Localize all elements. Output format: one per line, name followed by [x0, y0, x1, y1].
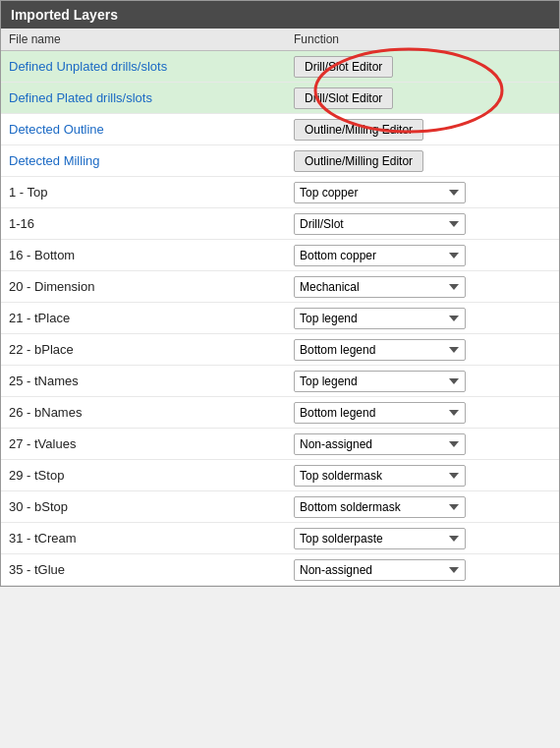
select-25-tnames[interactable]: Top copperBottom copperTop legendBottom … [294, 371, 466, 392]
row-control-defined-plated: Drill/Slot Editor [294, 87, 551, 109]
select-1-16[interactable]: Top copperBottom copperTop legendBottom … [294, 213, 466, 235]
row-label-25-tnames: 25 - tNames [9, 374, 294, 388]
table-row-25-tnames: 25 - tNamesTop copperBottom copperTop le… [1, 366, 559, 397]
select-20-dimension[interactable]: Top copperBottom copperTop legendBottom … [294, 276, 466, 298]
row-label-35-tglue: 35 - tGlue [9, 562, 294, 577]
row-control-16-bottom: Top copperBottom copperTop legendBottom … [294, 245, 551, 266]
table-row-16-bottom: 16 - BottomTop copperBottom copperTop le… [1, 240, 559, 271]
row-label-detected-milling: Detected Milling [9, 153, 294, 168]
rows-container: Defined Unplated drills/slotsDrill/Slot … [1, 51, 559, 586]
row-control-29-tstop: Top copperBottom copperTop legendBottom … [294, 465, 551, 487]
row-label-20-dimension: 20 - Dimension [9, 279, 294, 294]
title-bar: Imported Layers [1, 1, 559, 29]
select-29-tstop[interactable]: Top copperBottom copperTop legendBottom … [294, 465, 466, 487]
row-control-22-bplace: Top copperBottom copperTop legendBottom … [294, 339, 551, 361]
select-27-tvalues[interactable]: Top copperBottom copperTop legendBottom … [294, 433, 466, 455]
row-label-16-bottom: 16 - Bottom [9, 248, 294, 262]
row-control-31-tcream: Top copperBottom copperTop legendBottom … [294, 528, 551, 549]
row-label-30-bstop: 30 - bStop [9, 499, 294, 514]
row-control-1-16: Top copperBottom copperTop legendBottom … [294, 213, 551, 235]
row-label-1-16: 1-16 [9, 216, 294, 231]
table-header: File name Function [1, 29, 559, 51]
row-control-defined-unplated: Drill/Slot Editor [294, 56, 551, 78]
row-control-35-tglue: Top copperBottom copperTop legendBottom … [294, 559, 551, 581]
table-row-detected-outline: Detected OutlineOutline/Milling Editor [1, 114, 559, 145]
row-control-20-dimension: Top copperBottom copperTop legendBottom … [294, 276, 551, 298]
select-16-bottom[interactable]: Top copperBottom copperTop legendBottom … [294, 245, 466, 266]
row-control-detected-milling: Outline/Milling Editor [294, 150, 551, 172]
editor-button-detected-outline[interactable]: Outline/Milling Editor [294, 119, 423, 141]
window-title: Imported Layers [11, 7, 118, 23]
table-row-21-tplace: 21 - tPlaceTop copperBottom copperTop le… [1, 303, 559, 334]
function-column-header: Function [294, 32, 551, 46]
select-1-top[interactable]: Top copperBottom copperTop legendBottom … [294, 182, 466, 203]
table-row-1-16: 1-16Top copperBottom copperTop legendBot… [1, 208, 559, 240]
select-26-bnames[interactable]: Top copperBottom copperTop legendBottom … [294, 402, 466, 424]
imported-layers-window: Imported Layers File name Function Defin… [0, 0, 560, 587]
row-label-26-bnames: 26 - bNames [9, 405, 294, 420]
table-row-35-tglue: 35 - tGlueTop copperBottom copperTop leg… [1, 554, 559, 586]
row-control-detected-outline: Outline/Milling Editor [294, 119, 551, 141]
table-row-20-dimension: 20 - DimensionTop copperBottom copperTop… [1, 271, 559, 303]
row-label-21-tplace: 21 - tPlace [9, 311, 294, 325]
editor-button-defined-unplated[interactable]: Drill/Slot Editor [294, 56, 393, 78]
row-label-defined-unplated: Defined Unplated drills/slots [9, 59, 294, 74]
table-row-29-tstop: 29 - tStopTop copperBottom copperTop leg… [1, 460, 559, 491]
table-row-31-tcream: 31 - tCreamTop copperBottom copperTop le… [1, 523, 559, 554]
select-31-tcream[interactable]: Top copperBottom copperTop legendBottom … [294, 528, 466, 549]
row-control-30-bstop: Top copperBottom copperTop legendBottom … [294, 496, 551, 518]
table-row-defined-unplated: Defined Unplated drills/slotsDrill/Slot … [1, 51, 559, 83]
row-label-31-tcream: 31 - tCream [9, 531, 294, 546]
filename-column-header: File name [9, 32, 294, 46]
table-row-22-bplace: 22 - bPlaceTop copperBottom copperTop le… [1, 334, 559, 366]
select-22-bplace[interactable]: Top copperBottom copperTop legendBottom … [294, 339, 466, 361]
row-control-25-tnames: Top copperBottom copperTop legendBottom … [294, 371, 551, 392]
row-control-21-tplace: Top copperBottom copperTop legendBottom … [294, 308, 551, 329]
table-row-30-bstop: 30 - bStopTop copperBottom copperTop leg… [1, 491, 559, 523]
table-row-1-top: 1 - TopTop copperBottom copperTop legend… [1, 177, 559, 208]
table-row-detected-milling: Detected MillingOutline/Milling Editor [1, 145, 559, 177]
editor-button-defined-plated[interactable]: Drill/Slot Editor [294, 87, 393, 109]
row-control-1-top: Top copperBottom copperTop legendBottom … [294, 182, 551, 203]
table-row-27-tvalues: 27 - tValuesTop copperBottom copperTop l… [1, 429, 559, 460]
table-row-defined-plated: Defined Plated drills/slotsDrill/Slot Ed… [1, 83, 559, 114]
row-control-27-tvalues: Top copperBottom copperTop legendBottom … [294, 433, 551, 455]
row-label-detected-outline: Detected Outline [9, 122, 294, 137]
table-row-26-bnames: 26 - bNamesTop copperBottom copperTop le… [1, 397, 559, 429]
select-30-bstop[interactable]: Top copperBottom copperTop legendBottom … [294, 496, 466, 518]
row-label-defined-plated: Defined Plated drills/slots [9, 90, 294, 105]
row-control-26-bnames: Top copperBottom copperTop legendBottom … [294, 402, 551, 424]
row-label-1-top: 1 - Top [9, 185, 294, 200]
select-35-tglue[interactable]: Top copperBottom copperTop legendBottom … [294, 559, 466, 581]
row-label-22-bplace: 22 - bPlace [9, 342, 294, 357]
select-21-tplace[interactable]: Top copperBottom copperTop legendBottom … [294, 308, 466, 329]
editor-button-detected-milling[interactable]: Outline/Milling Editor [294, 150, 423, 172]
row-label-29-tstop: 29 - tStop [9, 468, 294, 483]
row-label-27-tvalues: 27 - tValues [9, 436, 294, 451]
